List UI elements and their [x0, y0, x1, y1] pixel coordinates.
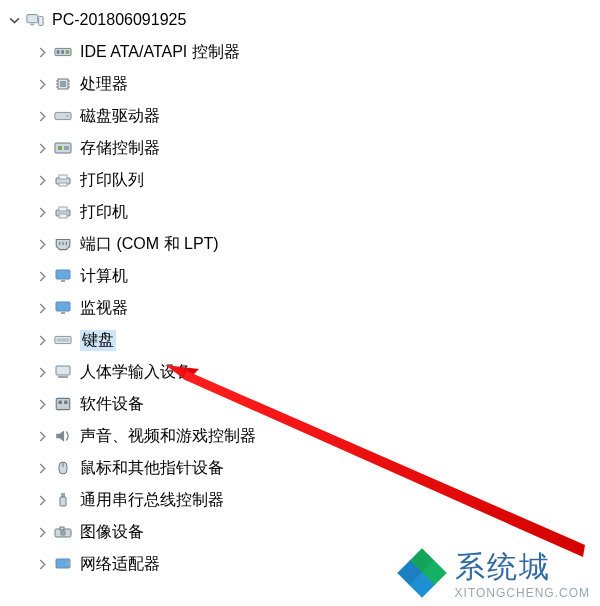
hid-icon [52, 362, 74, 382]
svg-rect-32 [61, 312, 65, 314]
chevron-down-icon[interactable] [4, 10, 24, 30]
item-label: 监视器 [80, 298, 128, 319]
svg-rect-0 [27, 15, 38, 23]
svg-rect-19 [64, 146, 69, 150]
svg-rect-30 [61, 280, 65, 282]
item-print-queues[interactable]: 打印队列 [0, 164, 600, 196]
chevron-right-icon[interactable] [32, 266, 52, 286]
svg-rect-43 [60, 497, 66, 506]
printer-icon [52, 202, 74, 222]
item-ports[interactable]: 端口 (COM 和 LPT) [0, 228, 600, 260]
svg-rect-25 [59, 214, 67, 218]
item-usb[interactable]: 通用串行总线控制器 [0, 484, 600, 516]
svg-rect-46 [60, 527, 64, 530]
usb-icon [52, 490, 74, 510]
watermark: 系统城 XITONGCHENG.COM [399, 547, 590, 600]
item-label: 网络适配器 [80, 554, 160, 575]
network-adapter-icon [52, 554, 74, 574]
display-icon [52, 298, 74, 318]
svg-rect-37 [56, 398, 70, 409]
svg-rect-42 [61, 493, 65, 497]
item-label: 计算机 [80, 266, 128, 287]
item-label: 打印队列 [80, 170, 144, 191]
item-label: 磁盘驱动器 [80, 106, 160, 127]
tree-root[interactable]: PC-201806091925 [0, 4, 600, 36]
monitor-icon [52, 266, 74, 286]
computer-icon [24, 10, 46, 30]
svg-rect-38 [59, 401, 62, 404]
port-icon [52, 234, 74, 254]
chevron-right-icon[interactable] [32, 202, 52, 222]
item-label: 打印机 [80, 202, 128, 223]
item-monitors[interactable]: 监视器 [0, 292, 600, 324]
item-label: 人体学输入设备 [80, 362, 192, 383]
device-tree: PC-201806091925 IDE ATA/ATAPI 控制器 处理器 磁盘… [0, 0, 600, 580]
item-ide-atapi[interactable]: IDE ATA/ATAPI 控制器 [0, 36, 600, 68]
svg-rect-15 [55, 112, 71, 119]
svg-rect-18 [58, 146, 62, 150]
watermark-subtitle: XITONGCHENG.COM [455, 586, 590, 600]
svg-rect-1 [31, 24, 35, 26]
print-queue-icon [52, 170, 74, 190]
svg-rect-24 [59, 207, 67, 211]
item-label: 处理器 [80, 74, 128, 95]
svg-rect-4 [57, 50, 60, 54]
svg-rect-31 [56, 302, 70, 311]
svg-point-45 [60, 530, 66, 536]
chevron-right-icon[interactable] [32, 554, 52, 574]
watermark-logo-icon [399, 550, 447, 598]
chevron-right-icon[interactable] [32, 458, 52, 478]
svg-rect-5 [61, 50, 64, 54]
root-label: PC-201806091925 [52, 11, 186, 29]
item-label: 鼠标和其他指针设备 [80, 458, 224, 479]
chevron-right-icon[interactable] [32, 426, 52, 446]
chevron-right-icon[interactable] [32, 330, 52, 350]
cpu-icon [52, 74, 74, 94]
svg-rect-2 [39, 16, 44, 25]
item-processor[interactable]: 处理器 [0, 68, 600, 100]
svg-rect-39 [64, 401, 67, 404]
item-label: 存储控制器 [80, 138, 160, 159]
svg-rect-21 [59, 175, 67, 179]
item-mouse[interactable]: 鼠标和其他指针设备 [0, 452, 600, 484]
watermark-title: 系统城 [455, 547, 590, 588]
chevron-right-icon[interactable] [32, 138, 52, 158]
svg-rect-33 [55, 336, 71, 343]
item-computer[interactable]: 计算机 [0, 260, 600, 292]
item-label: 端口 (COM 和 LPT) [80, 234, 219, 255]
chevron-right-icon[interactable] [32, 106, 52, 126]
item-label: 通用串行总线控制器 [80, 490, 224, 511]
svg-rect-8 [60, 81, 66, 87]
chevron-right-icon[interactable] [32, 170, 52, 190]
ide-controller-icon [52, 42, 74, 62]
mouse-icon [52, 458, 74, 478]
item-imaging[interactable]: 图像设备 [0, 516, 600, 548]
keyboard-icon [52, 330, 74, 350]
chevron-right-icon[interactable] [32, 394, 52, 414]
item-sound[interactable]: 声音、视频和游戏控制器 [0, 420, 600, 452]
chevron-right-icon[interactable] [32, 362, 52, 382]
item-printers[interactable]: 打印机 [0, 196, 600, 228]
svg-rect-36 [56, 366, 70, 375]
svg-rect-29 [56, 270, 70, 279]
chevron-right-icon[interactable] [32, 42, 52, 62]
item-software[interactable]: 软件设备 [0, 388, 600, 420]
item-hid[interactable]: 人体学输入设备 [0, 356, 600, 388]
disk-icon [52, 106, 74, 126]
chevron-right-icon[interactable] [32, 74, 52, 94]
item-label: 声音、视频和游戏控制器 [80, 426, 256, 447]
item-label: 键盘 [80, 330, 116, 351]
item-label: 软件设备 [80, 394, 144, 415]
chevron-right-icon[interactable] [32, 234, 52, 254]
chevron-right-icon[interactable] [32, 490, 52, 510]
svg-point-16 [66, 115, 68, 117]
item-label: IDE ATA/ATAPI 控制器 [80, 42, 240, 63]
camera-icon [52, 522, 74, 542]
chevron-right-icon[interactable] [32, 298, 52, 318]
item-label: 图像设备 [80, 522, 144, 543]
item-storage[interactable]: 存储控制器 [0, 132, 600, 164]
chevron-right-icon[interactable] [32, 522, 52, 542]
item-keyboard[interactable]: 键盘 [0, 324, 600, 356]
storage-controller-icon [52, 138, 74, 158]
item-disk-drives[interactable]: 磁盘驱动器 [0, 100, 600, 132]
